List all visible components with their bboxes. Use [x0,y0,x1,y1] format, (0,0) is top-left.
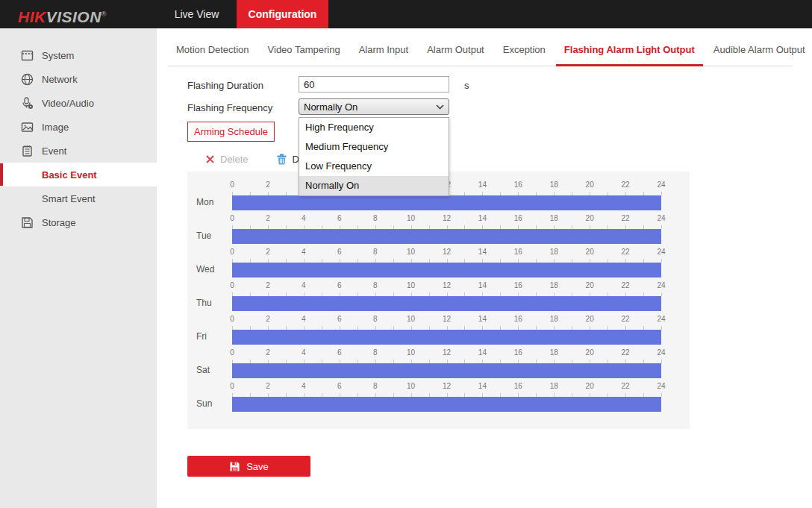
ruler-hour-label: 20 [586,214,594,222]
sidebar-item-label: Storage [42,217,76,228]
ruler-hour-label: 20 [586,248,594,256]
ruler-hour-label: 0 [230,181,234,189]
tab-flashing-alarm-light-output[interactable]: Flashing Alarm Light Output [556,37,703,66]
schedule-time-ruler[interactable]: 024681012141618202224 [232,214,661,229]
ruler-hour-label: 4 [302,214,306,222]
ruler-hour-label: 14 [478,281,487,289]
ruler-hour-label: 0 [230,382,234,390]
ruler-hour-label: 22 [622,248,630,256]
ruler-hour-label: 20 [586,315,594,323]
tab-exception[interactable]: Exception [495,37,554,66]
ruler-hour-label: 8 [373,382,378,390]
tab-video-tampering[interactable]: Video Tampering [260,37,349,66]
logo-hik: HIK [18,8,46,25]
ruler-hour-label: 24 [657,214,665,222]
dropdown-option-medium-frequency[interactable]: Medium Frequency [299,137,449,157]
ruler-hour-label: 0 [230,248,234,256]
image-icon [21,121,34,134]
schedule-time-ruler[interactable]: 024681012141618202224 [232,315,661,330]
ruler-hour-label: 8 [373,281,378,289]
sidebar-item-video-audio[interactable]: Video/Audio [0,91,157,115]
storage-icon [21,216,34,229]
ruler-hour-label: 10 [407,281,415,289]
ruler-hour-label: 18 [550,281,558,289]
ruler-hour-label: 20 [586,281,594,289]
ruler-hour-label: 18 [550,214,558,222]
ruler-hour-label: 14 [478,315,487,323]
schedule-row-thu: Thu024681012141618202224 [187,272,690,306]
sidebar-item-label: Basic Event [42,169,97,181]
flashing-frequency-select[interactable]: Normally On [299,98,449,115]
ruler-hour-label: 10 [407,214,415,222]
sidebar-item-basic-event[interactable]: Basic Event [0,163,157,186]
dropdown-option-low-frequency[interactable]: Low Frequency [299,157,449,176]
dropdown-option-normally-on[interactable]: Normally On [299,176,449,195]
ruler-hour-label: 14 [478,248,487,256]
ruler-hour-label: 20 [586,181,594,189]
nav-live-view[interactable]: Live View [157,0,237,28]
ruler-hour-label: 24 [657,348,665,357]
ruler-tick [661,292,662,296]
ruler-hour-label: 18 [550,248,558,256]
schedule-bar-sun[interactable] [232,397,661,412]
flashing-frequency-dropdown: High FrequencyMedium FrequencyLow Freque… [299,117,449,196]
dropdown-option-high-frequency[interactable]: High Frequency [299,118,449,137]
ruler-hour-label: 2 [266,382,270,390]
ruler-hour-label: 2 [266,348,270,357]
ruler-hour-label: 18 [550,348,558,357]
ruler-hour-label: 8 [373,348,378,357]
ruler-hour-label: 2 [266,181,270,189]
sidebar-item-label: System [42,50,74,61]
ruler-hour-label: 12 [443,281,451,289]
tab-motion-detection[interactable]: Motion Detection [168,37,257,66]
ruler-hour-label: 18 [550,382,558,390]
delete-button-label: Delete [220,154,249,165]
ruler-hour-label: 14 [478,214,487,222]
ruler-hour-label: 6 [337,382,342,390]
tab-alarm-output[interactable]: Alarm Output [419,37,493,66]
tab-alarm-input[interactable]: Alarm Input [351,37,416,66]
ruler-hour-label: 18 [550,315,558,323]
chevron-down-icon [436,104,444,110]
save-button[interactable]: Save [187,456,310,477]
sidebar-item-label: Video/Audio [42,98,94,109]
ruler-tick [661,225,662,229]
nav-configuration[interactable]: Configuration [237,0,328,28]
ruler-hour-label: 20 [586,348,594,357]
arming-schedule-button[interactable]: Arming Schedule [187,122,275,142]
hikvision-configuration-page: { "topbar": { "logo_hik": "HIK", "logo_v… [0,0,812,508]
schedule-time-ruler[interactable]: 024681012141618202224 [232,348,661,363]
sidebar-item-image[interactable]: Image [0,115,157,139]
topbar: HIKVISION® Live View Configuration [0,0,812,28]
schedule-row-sat: Sat024681012141618202224 [187,339,690,373]
tab-audible-alarm-output[interactable]: Audible Alarm Output [705,37,812,66]
schedule-time-ruler[interactable]: 024681012141618202224 [232,248,661,263]
ruler-hour-label: 4 [302,281,306,289]
ruler-hour-label: 24 [657,315,665,323]
logo-registered-mark: ® [102,10,107,18]
flashing-duration-input[interactable] [299,76,449,92]
schedule-time-ruler[interactable]: 024681012141618202224 [232,281,661,296]
ruler-hour-label: 18 [550,181,558,189]
sidebar-item-network[interactable]: Network [0,67,157,91]
ruler-hour-label: 0 [230,348,234,357]
ruler-hour-label: 0 [230,315,234,323]
flashing-frequency-label: Flashing Frequency [187,101,296,116]
arming-schedule-grid: Mon024681012141618202224Tue0246810121416… [187,172,690,429]
ruler-hour-label: 24 [657,382,665,390]
schedule-time-ruler[interactable]: 024681012141618202224 [232,382,661,397]
sidebar-item-system[interactable]: System [0,43,157,67]
ruler-hour-label: 6 [337,281,342,289]
sidebar-item-event[interactable]: Event [0,139,157,163]
ruler-hour-label: 10 [407,315,415,323]
schedule-row-wed: Wed024681012141618202224 [187,239,690,272]
sidebar-item-smart-event[interactable]: Smart Event [0,186,157,210]
ruler-hour-label: 12 [443,348,451,357]
sidebar-item-storage[interactable]: Storage [0,210,157,234]
network-icon [21,73,34,86]
delete-button[interactable]: Delete [206,154,249,165]
ruler-hour-label: 4 [302,248,306,256]
ruler-hour-label: 16 [514,315,522,323]
flashing-duration-label: Flashing Duration [187,78,296,93]
sidebar-item-label: Network [42,74,78,85]
